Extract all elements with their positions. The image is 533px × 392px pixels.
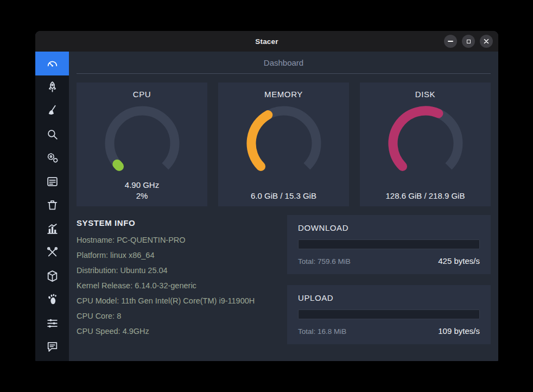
download-title: DOWNLOAD (298, 223, 480, 232)
memory-usage-value: 6.0 GiB / 15.3 GiB (218, 191, 349, 201)
resources-icon (46, 222, 59, 236)
system-info-hostname: Hostname: PC-QUENTIN-PRO (77, 235, 276, 245)
maximize-icon (467, 40, 471, 43)
gnome-settings-icon (46, 293, 59, 306)
feedback-icon (46, 340, 59, 353)
sidebar-item-startup-apps[interactable] (35, 75, 69, 99)
system-info-distribution: Distribution: Ubuntu 25.04 (77, 265, 276, 276)
network-column: DOWNLOAD Total: 759.6 MiB 425 bytes/s UP… (287, 215, 491, 344)
maximize-button[interactable] (462, 35, 475, 48)
upload-progressbar (298, 309, 480, 319)
startup-apps-icon (46, 80, 59, 94)
memory-card-title: MEMORY (218, 90, 349, 99)
system-info-platform: Platform: linux x86_64 (77, 250, 276, 261)
services-icon (46, 151, 59, 165)
download-progressbar (298, 239, 480, 249)
bottom-section: SYSTEM INFO Hostname: PC-QUENTIN-PRO Pla… (77, 215, 491, 344)
dashboard-icon (46, 56, 59, 70)
sidebar-item-services[interactable] (35, 146, 69, 170)
apt-repository-icon (46, 269, 59, 283)
cpu-frequency-value: 4.90 GHz (77, 180, 207, 191)
cpu-card-title: CPU (77, 90, 207, 99)
cpu-card: CPU 4.90 GHz 2% (77, 83, 207, 206)
sidebar-item-system-cleaner[interactable] (35, 99, 69, 123)
page-title: Dashboard (77, 52, 491, 74)
sidebar-item-resources[interactable] (35, 217, 69, 241)
sidebar-item-helpers[interactable] (35, 241, 69, 264)
close-icon (484, 39, 489, 44)
download-card: DOWNLOAD Total: 759.6 MiB 425 bytes/s (287, 215, 491, 274)
upload-title: UPLOAD (298, 293, 480, 302)
memory-gauge (236, 101, 332, 182)
processes-icon (46, 175, 59, 188)
system-info-cpu-model: CPU Model: 11th Gen Intel(R) Core(TM) i9… (77, 296, 276, 306)
memory-values: 6.0 GiB / 15.3 GiB (218, 191, 349, 201)
window-controls (444, 35, 493, 48)
close-button[interactable] (480, 35, 493, 48)
helpers-icon (46, 245, 59, 259)
upload-total: Total: 16.8 MiB (298, 327, 346, 336)
upload-card: UPLOAD Total: 16.8 MiB 109 bytes/s (287, 285, 491, 344)
titlebar[interactable]: Stacer (35, 31, 498, 52)
cpu-usage-percent: 2% (77, 191, 207, 201)
disk-usage-value: 128.6 GiB / 218.9 GiB (360, 191, 491, 201)
window-title: Stacer (255, 37, 278, 46)
settings-icon (46, 317, 59, 330)
system-info-kernel: Kernel Release: 6.14.0-32-generic (77, 281, 276, 291)
download-total: Total: 759.6 MiB (298, 257, 351, 265)
disk-gauge (378, 101, 473, 182)
sidebar-item-search[interactable] (35, 123, 69, 147)
disk-card: DISK 128.6 GiB / 218.9 GiB (360, 83, 491, 206)
system-info-cpu-core: CPU Core: 8 (77, 311, 276, 321)
sidebar-item-uninstaller[interactable] (35, 193, 69, 217)
system-info-cpu-speed: CPU Speed: 4.9GHz (77, 326, 276, 337)
sidebar-item-dashboard[interactable] (35, 52, 69, 75)
sidebar-item-apt-repository[interactable] (35, 264, 69, 288)
upload-rate: 109 bytes/s (438, 326, 480, 336)
system-cleaner-icon (46, 104, 59, 117)
disk-values: 128.6 GiB / 218.9 GiB (360, 191, 491, 201)
sidebar (35, 52, 69, 361)
download-rate: 425 bytes/s (438, 256, 480, 265)
cpu-gauge (94, 101, 190, 182)
sidebar-item-settings[interactable] (35, 312, 69, 336)
minimize-button[interactable] (444, 35, 457, 48)
stacer-window: Stacer Dashboard CPU 4.90 GHz 2% (35, 31, 498, 361)
minimize-icon (448, 41, 453, 42)
sidebar-item-gnome-settings[interactable] (35, 288, 69, 312)
dashboard-page: Dashboard CPU 4.90 GHz 2% MEMORY 6.0 GiB… (69, 52, 498, 361)
system-info-title: SYSTEM INFO (77, 218, 276, 227)
gauge-cards-row: CPU 4.90 GHz 2% MEMORY 6.0 GiB / 15.3 Gi… (77, 83, 491, 206)
cpu-values: 4.90 GHz 2% (77, 180, 207, 201)
system-info-section: SYSTEM INFO Hostname: PC-QUENTIN-PRO Pla… (77, 215, 276, 342)
memory-card: MEMORY 6.0 GiB / 15.3 GiB (218, 83, 349, 206)
sidebar-item-processes[interactable] (35, 170, 69, 194)
search-icon (46, 128, 59, 141)
uninstaller-icon (46, 198, 59, 212)
sidebar-item-feedback[interactable] (35, 335, 69, 359)
disk-card-title: DISK (360, 90, 491, 99)
